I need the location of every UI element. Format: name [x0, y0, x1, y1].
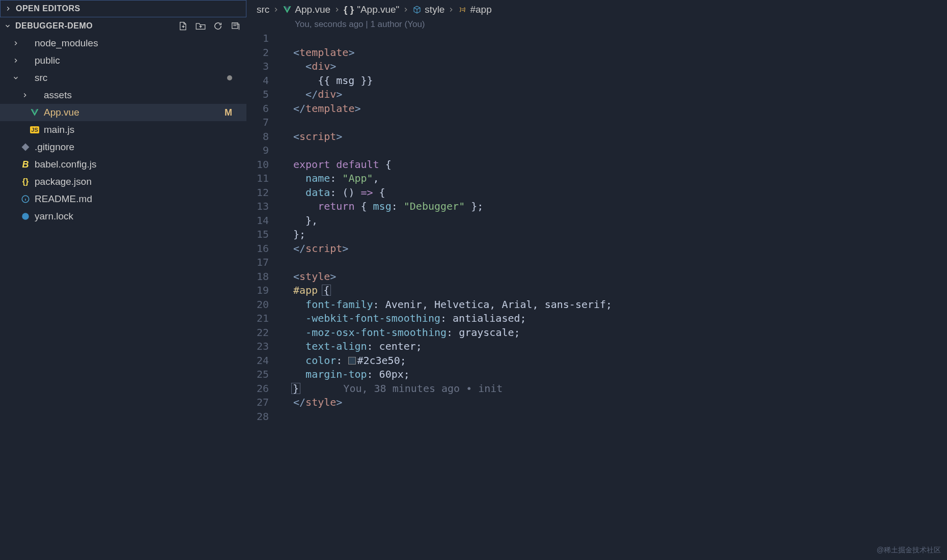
code-line[interactable]: 17 — [246, 256, 947, 270]
line-number: 24 — [246, 354, 278, 368]
refresh-icon[interactable] — [213, 21, 223, 31]
breadcrumb-separator — [333, 6, 341, 13]
tree-item-src[interactable]: src — [0, 69, 246, 87]
new-folder-icon[interactable] — [196, 21, 206, 31]
breadcrumb-item[interactable]: src — [257, 4, 269, 15]
tree-item-package-json[interactable]: {}package.json — [0, 173, 246, 190]
code-line[interactable]: 6</template> — [246, 102, 947, 116]
code-line[interactable]: 12 data: () => { — [246, 186, 947, 200]
line-content[interactable]: <style> — [278, 270, 336, 284]
code-line[interactable]: 1 — [246, 32, 947, 46]
code-line[interactable]: 13 return { msg: "Debugger" }; — [246, 200, 947, 214]
file-tree: node_modulespublicsrcassetsApp.vueMJSmai… — [0, 35, 246, 560]
new-file-icon[interactable] — [178, 21, 188, 31]
code-line[interactable]: 19#app { — [246, 284, 947, 298]
line-content[interactable]: </div> — [278, 88, 342, 102]
line-content[interactable]: margin-top: 60px; — [278, 368, 410, 382]
line-content[interactable] — [278, 116, 293, 130]
line-content[interactable]: </style> — [278, 396, 342, 410]
code-line[interactable]: 27</style> — [246, 396, 947, 410]
chevron-right-icon — [5, 5, 12, 12]
code-line[interactable]: 16</script> — [246, 242, 947, 256]
tree-item-main-js[interactable]: JSmain.js — [0, 121, 246, 138]
chevron-down-icon — [4, 22, 11, 30]
tree-item-node-modules[interactable]: node_modules — [0, 35, 246, 52]
code-line[interactable]: 7 — [246, 116, 947, 130]
code-line[interactable]: 8<script> — [246, 130, 947, 144]
code-line[interactable]: 11 name: "App", — [246, 172, 947, 186]
line-number: 11 — [246, 172, 278, 186]
line-content[interactable]: font-family: Avenir, Helvetica, Arial, s… — [278, 298, 612, 312]
code-line[interactable]: 10export default { — [246, 158, 947, 172]
line-number: 2 — [246, 46, 278, 60]
code-line[interactable]: 2<template> — [246, 46, 947, 60]
line-content[interactable]: return { msg: "Debugger" }; — [278, 200, 483, 214]
line-content[interactable]: text-align: center; — [278, 340, 422, 354]
code-line[interactable]: 22 -moz-osx-font-smoothing: grayscale; — [246, 326, 947, 340]
code-line[interactable]: 23 text-align: center; — [246, 340, 947, 354]
breadcrumb-item[interactable]: #app — [470, 4, 491, 15]
code-line[interactable]: 26} You, 38 minutes ago • init — [246, 382, 947, 396]
code-line[interactable]: 21 -webkit-font-smoothing: antialiased; — [246, 312, 947, 326]
tree-item-readme-md[interactable]: README.md — [0, 190, 246, 208]
yarn-icon — [20, 212, 31, 221]
tree-item-label: .gitignore — [35, 142, 74, 153]
tree-item-app-vue[interactable]: App.vueM — [0, 104, 246, 121]
line-content[interactable]: } You, 38 minutes ago • init — [278, 382, 503, 396]
breadcrumbs[interactable]: srcApp.vue{ }"App.vue"style#app — [246, 0, 947, 19]
open-editors-header[interactable]: OPEN EDITORS — [0, 0, 246, 17]
modified-dot — [227, 75, 232, 80]
code-line[interactable]: 20 font-family: Avenir, Helvetica, Arial… — [246, 298, 947, 312]
code-line[interactable]: 3 <div> — [246, 60, 947, 74]
line-number: 9 — [246, 144, 278, 158]
code-line[interactable]: 15}; — [246, 228, 947, 242]
tree-item--gitignore[interactable]: .gitignore — [0, 138, 246, 156]
line-number: 14 — [246, 214, 278, 228]
line-content[interactable]: export default { — [278, 158, 392, 172]
line-content[interactable]: -moz-osx-font-smoothing: grayscale; — [278, 326, 520, 340]
tree-item-label: yarn.lock — [35, 211, 73, 222]
project-name: DEBUGGER-DEMO — [15, 21, 93, 31]
line-content[interactable] — [278, 256, 293, 270]
line-content[interactable]: -webkit-font-smoothing: antialiased; — [278, 312, 526, 326]
line-content[interactable]: <template> — [278, 46, 354, 60]
breadcrumb-item[interactable]: App.vue — [295, 4, 330, 15]
line-content[interactable]: {{ msg }} — [278, 74, 373, 88]
code-line[interactable]: 5 </div> — [246, 88, 947, 102]
code-line[interactable]: 14 }, — [246, 214, 947, 228]
line-content[interactable]: </template> — [278, 102, 360, 116]
line-number: 4 — [246, 74, 278, 88]
breadcrumb-item[interactable]: "App.vue" — [357, 4, 399, 15]
tree-item-yarn-lock[interactable]: yarn.lock — [0, 208, 246, 225]
tree-item-assets[interactable]: assets — [0, 87, 246, 104]
code-line[interactable]: 4 {{ msg }} — [246, 74, 947, 88]
code-line[interactable]: 24 color: #2c3e50; — [246, 354, 947, 368]
line-number: 27 — [246, 396, 278, 410]
line-content[interactable]: #app { — [278, 284, 331, 298]
code-area[interactable]: 12<template>3 <div>4 {{ msg }}5 </div>6<… — [246, 32, 947, 424]
line-content[interactable]: data: () => { — [278, 186, 385, 200]
project-header[interactable]: DEBUGGER-DEMO — [0, 17, 246, 35]
line-number: 21 — [246, 312, 278, 326]
breadcrumb-item[interactable]: style — [425, 4, 444, 15]
chevron-icon — [11, 40, 20, 47]
code-line[interactable]: 18<style> — [246, 270, 947, 284]
collapse-all-icon[interactable] — [230, 21, 240, 31]
line-content[interactable]: <div> — [278, 60, 336, 74]
line-content[interactable] — [278, 32, 293, 46]
line-content[interactable]: }; — [278, 228, 305, 242]
line-content[interactable]: </script> — [278, 242, 348, 256]
line-content[interactable] — [278, 410, 293, 424]
line-content[interactable] — [278, 144, 293, 158]
line-content[interactable]: name: "App", — [278, 172, 379, 186]
code-line[interactable]: 25 margin-top: 60px; — [246, 368, 947, 382]
line-content[interactable]: color: #2c3e50; — [278, 354, 406, 368]
code-line[interactable]: 28 — [246, 410, 947, 424]
line-content[interactable]: }, — [278, 214, 318, 228]
tree-item-babel-config-js[interactable]: Bbabel.config.js — [0, 156, 246, 173]
line-number: 23 — [246, 340, 278, 354]
info-icon — [20, 194, 31, 204]
line-content[interactable]: <script> — [278, 130, 342, 144]
code-line[interactable]: 9 — [246, 144, 947, 158]
tree-item-public[interactable]: public — [0, 52, 246, 69]
